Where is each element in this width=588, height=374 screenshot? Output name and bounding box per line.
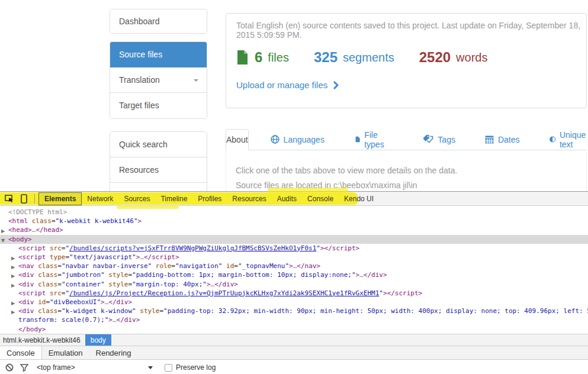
expand-arrow-icon[interactable]: ▶ — [11, 281, 15, 289]
inspect-element-icon[interactable] — [5, 194, 14, 204]
devtools-tab-timeline[interactable]: Timeline — [155, 193, 192, 205]
dom-tree-node[interactable]: <html class="k-webkit k-webkit46"> — [0, 217, 588, 225]
breadcrumb-html[interactable]: html.k-webkit.k-webkit46 — [0, 334, 83, 346]
tab-unique-text[interactable]: Unique text — [539, 129, 588, 150]
stats-row: 6 files 325 segments 2520 words — [236, 49, 512, 66]
stat-files: 6 files — [236, 49, 289, 66]
dom-token: id — [38, 298, 46, 306]
dom-token: class — [38, 271, 57, 279]
breadcrumb: html.k-webkit.k-webkit46 body — [0, 334, 588, 346]
dom-token — [28, 217, 32, 225]
dom-token: <body> — [8, 236, 32, 243]
tab-languages[interactable]: Languages — [261, 129, 335, 150]
stat-value: 2520 — [419, 49, 451, 66]
resource-link[interactable]: /bundles/scripts?v=jSxFTrr8VW9NgPWgZiUkg… — [69, 244, 316, 252]
dom-tree-node[interactable]: ▶<nav class="navbar navbar-inverse" role… — [0, 262, 588, 270]
clear-console-icon[interactable] — [5, 363, 14, 372]
expand-arrow-icon[interactable]: ▶ — [1, 227, 5, 234]
file-icon — [355, 135, 360, 144]
devtools-tab-elements[interactable]: Elements — [38, 192, 82, 205]
expand-arrow-icon[interactable]: ▶ — [11, 272, 15, 279]
dom-tree-node[interactable]: ▶<div class="k-widget k-window" style="p… — [0, 307, 588, 315]
dom-token: <script — [18, 253, 46, 261]
dom-token: = — [57, 262, 62, 270]
dom-token: "container" — [62, 280, 105, 288]
devtools-tab-profiles[interactable]: Profiles — [192, 193, 227, 205]
dom-token: role — [156, 262, 172, 270]
stat-segments: 325 segments — [314, 49, 394, 66]
dom-tree: <!DOCTYPE html><html class="k-webkit k-w… — [0, 207, 588, 347]
devtools-tab-network[interactable]: Network — [82, 193, 118, 205]
expand-arrow-icon[interactable]: ▶ — [11, 308, 15, 315]
dom-token: <html — [8, 217, 28, 225]
dom-token: src — [50, 289, 62, 297]
dom-tree-node[interactable]: ▶<div class="container" style="margin-to… — [0, 280, 588, 289]
sidebar-item-translation[interactable]: Translation — [110, 67, 207, 93]
filter-icon[interactable] — [20, 364, 28, 372]
dom-tree-node[interactable]: <!DOCTYPE html> — [0, 208, 588, 217]
devtools-toolbar: Elements Network Sources Timeline Profil… — [0, 192, 588, 206]
expand-arrow-icon[interactable]: ▶ — [11, 299, 15, 307]
sidebar-item-source-files[interactable]: Source files — [110, 42, 207, 67]
dom-tree-node[interactable]: ▶<div class="jumbotron" style="padding-b… — [0, 270, 588, 279]
stat-value: 325 — [314, 49, 338, 66]
tab-dates[interactable]: Dates — [475, 129, 530, 150]
chevron-down-icon — [148, 366, 153, 369]
dom-tree-node[interactable]: <script src="/bundles/scripts?v=jSxFTrr8… — [0, 244, 588, 253]
device-mode-icon[interactable] — [19, 194, 28, 204]
detail-tab-bar: About Languages File types Tags — [226, 129, 587, 150]
dom-tree-node[interactable]: ▶<head>…</head> — [0, 225, 588, 234]
dom-token: = — [234, 262, 238, 270]
dom-tree-node[interactable]: <script src="/bundles/js/Project/Recepti… — [0, 289, 588, 298]
dom-token — [46, 253, 50, 261]
resource-link[interactable]: /bundles/js/Project/Reception.js?v=QjmPT… — [69, 289, 379, 297]
tags-icon — [423, 135, 433, 144]
dom-token: > — [138, 217, 142, 225]
dom-tree-node[interactable]: ▼<body> — [0, 235, 588, 244]
drawer-tab-bar: Console Emulation Rendering — [0, 346, 588, 360]
preserve-log-checkbox[interactable] — [165, 364, 172, 372]
dom-token — [46, 289, 50, 297]
devtools-tab-kendo-ui[interactable]: Kendo UI — [339, 193, 379, 205]
dom-token: type — [50, 253, 66, 261]
devtools-tab-sources[interactable]: Sources — [118, 193, 155, 205]
drawer-tab-emulation[interactable]: Emulation — [42, 346, 89, 359]
tab-tags[interactable]: Tags — [413, 129, 465, 150]
sidebar-item-target-files[interactable]: Target files — [110, 93, 207, 118]
tab-content-text-clipped: Source files are located in c:\beebox\ma… — [236, 180, 586, 190]
dom-token: … — [359, 271, 364, 279]
tab-about[interactable]: About — [226, 129, 249, 150]
devtools-tab-console[interactable]: Console — [302, 193, 339, 205]
devtools-tab-audits[interactable]: Audits — [272, 193, 302, 205]
stat-label: words — [456, 51, 487, 65]
tab-label: Dates — [498, 135, 520, 144]
tab-label: Tags — [438, 135, 455, 144]
dom-token: <!DOCTYPE html> — [8, 208, 67, 216]
upload-manage-files-link[interactable]: Upload or manage files — [236, 80, 339, 90]
sidebar-item-quick-search[interactable]: Quick search — [110, 132, 207, 157]
dom-tree-node[interactable]: </body> — [0, 325, 588, 334]
dom-token: > — [108, 316, 113, 324]
sidebar-item-dashboard[interactable]: Dashboard — [110, 9, 207, 33]
dom-token: </div> — [108, 298, 132, 306]
dom-tree-node[interactable]: ▶<div id="divBeeboxUI">…</div> — [0, 298, 588, 307]
drawer-tab-console[interactable]: Console — [0, 346, 42, 359]
dom-tree-node[interactable]: transform: scale(0.7);">…</div> — [0, 315, 588, 324]
dom-token: = — [57, 271, 62, 279]
frame-selector[interactable]: <top frame> — [37, 363, 153, 372]
drawer-tab-rendering[interactable]: Rendering — [89, 346, 138, 359]
expand-arrow-icon[interactable]: ▶ — [11, 254, 15, 262]
toolbar-separator — [34, 194, 35, 204]
dom-token: <div — [18, 298, 34, 306]
collapse-arrow-icon[interactable]: ▼ — [1, 236, 5, 244]
tab-file-types[interactable]: File types — [345, 129, 397, 150]
devtools-tab-resources[interactable]: Resources — [227, 193, 271, 205]
sidebar-item-resources[interactable]: Resources — [110, 157, 207, 183]
dom-token: </div> — [117, 316, 140, 324]
dom-tree-node[interactable]: ▶<script type="text/javascript">…</scrip… — [0, 253, 588, 262]
dom-token: " — [316, 244, 320, 252]
dom-token: … — [140, 253, 144, 261]
breadcrumb-body[interactable]: body — [85, 334, 111, 346]
sidebar-nav-group: Source files Translation Target files — [110, 41, 207, 119]
expand-arrow-icon[interactable]: ▶ — [11, 263, 15, 270]
